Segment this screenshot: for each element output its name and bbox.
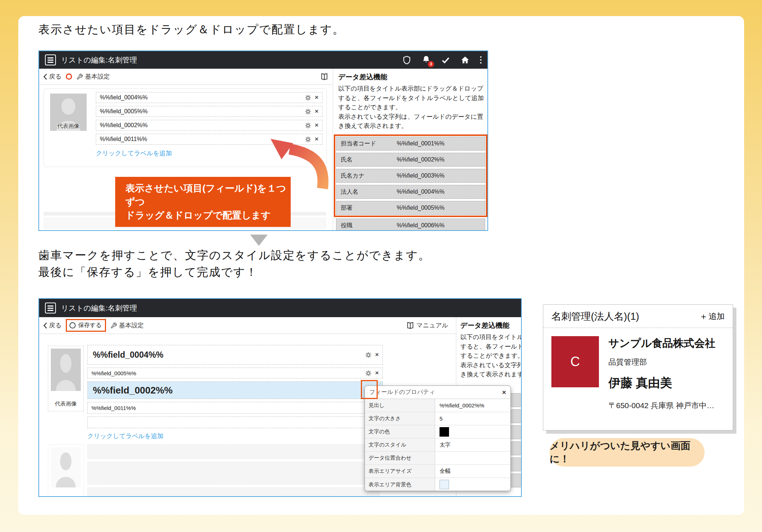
remove-field-icon[interactable]: × bbox=[375, 369, 379, 377]
dialog-title-bar[interactable]: フィールドのプロパティ × bbox=[365, 386, 510, 399]
add-label-link[interactable]: クリックしてラベルを追加 bbox=[96, 149, 172, 157]
window-title: リストの編集:名刺管理 bbox=[61, 55, 137, 65]
company-initial-avatar: C bbox=[551, 336, 599, 387]
person-silhouette-icon bbox=[60, 354, 71, 373]
bg-color-swatch[interactable] bbox=[440, 480, 449, 489]
gear-icon[interactable] bbox=[305, 95, 311, 101]
dialog-value[interactable]: 全幅 bbox=[435, 465, 510, 478]
empty-field-row[interactable]: × bbox=[87, 417, 383, 428]
dialog-row: 見出し %%field_0002%% bbox=[365, 399, 510, 412]
app-screenshot-1: リストの編集:名刺管理 3 戻る bbox=[38, 50, 488, 231]
kebab-menu-icon[interactable] bbox=[480, 56, 482, 64]
basic-settings-button[interactable]: 基本設定 bbox=[76, 72, 110, 81]
menu-icon[interactable] bbox=[45, 303, 56, 314]
manual-button[interactable]: マニュアル bbox=[406, 321, 448, 330]
avatar-placeholder bbox=[51, 349, 81, 391]
gear-icon[interactable] bbox=[305, 122, 311, 129]
side-panel-title: データ差込機能 bbox=[338, 72, 387, 82]
avatar-label: 代表画像 bbox=[50, 123, 87, 130]
notification-badge: 3 bbox=[428, 61, 434, 67]
close-icon[interactable]: × bbox=[502, 388, 506, 396]
gear-icon[interactable] bbox=[365, 352, 371, 358]
book-icon bbox=[320, 73, 328, 81]
card-text-column: サンプル食品株式会社 品質管理部 伊藤 真由美 〒650-0042 兵庫県 神戸… bbox=[608, 336, 716, 411]
dialog-value[interactable]: 太字 bbox=[435, 438, 510, 451]
note-badge: メリハリがついた見やすい画面に！ bbox=[550, 438, 705, 467]
remove-field-icon[interactable]: × bbox=[315, 122, 318, 129]
dialog-row: データ位置合わせ bbox=[365, 452, 510, 465]
dialog-value[interactable] bbox=[435, 425, 510, 438]
avatar-placeholder bbox=[51, 447, 81, 487]
field-row-selected[interactable]: %%field_0002%% × bbox=[87, 381, 383, 399]
draggable-field-row[interactable]: 氏名カナ%%field_0003%% bbox=[336, 169, 485, 183]
draggable-field-row[interactable]: 法人名%%field_0004%% bbox=[336, 185, 485, 199]
field-row[interactable]: %%field_0005%% × bbox=[96, 106, 322, 117]
save-button-highlighted[interactable]: 保存する bbox=[66, 319, 106, 332]
field-row[interactable]: %%field_0002%% × bbox=[96, 120, 322, 131]
window-title: リストの編集:名刺管理 bbox=[61, 303, 137, 313]
department: 品質管理部 bbox=[608, 357, 716, 367]
notifications-bell-icon[interactable]: 3 bbox=[422, 55, 431, 65]
dialog-value[interactable]: %%field_0002%% bbox=[435, 399, 510, 412]
shield-icon[interactable] bbox=[402, 56, 411, 65]
dialog-row: 表示エリア背景色 bbox=[365, 478, 510, 491]
menu-icon[interactable] bbox=[45, 54, 56, 65]
page-background: 表示させたい項目をドラッグ＆ドロップで配置します。 リストの編集:名刺管理 3 bbox=[0, 0, 762, 532]
basic-settings-button[interactable]: 基本設定 bbox=[110, 321, 144, 330]
gear-icon[interactable] bbox=[365, 370, 371, 376]
wrench-icon bbox=[110, 322, 117, 329]
home-icon[interactable] bbox=[460, 55, 470, 65]
field-row[interactable]: %%field_0004%% × bbox=[87, 345, 383, 365]
address: 〒650-0042 兵庫県 神戸市中… bbox=[608, 400, 716, 411]
remove-field-icon[interactable]: × bbox=[315, 108, 318, 115]
person-name: 伊藤 真由美 bbox=[608, 375, 716, 391]
empty-row bbox=[87, 462, 380, 484]
person-silhouette-icon bbox=[61, 98, 75, 115]
side-panel-description-clipped: 以下の項目をタイトル表示部にドラッグ＆ドロップすると、各フィールドをタイトルラベ… bbox=[460, 332, 522, 391]
check-icon[interactable] bbox=[441, 56, 450, 65]
side-panel-title: データ差込機能 bbox=[460, 321, 509, 330]
dialog-value[interactable] bbox=[435, 478, 510, 491]
add-label-link[interactable]: クリックしてラベルを追加 bbox=[87, 432, 163, 440]
back-button[interactable]: 戻る bbox=[44, 72, 61, 81]
wrench-icon bbox=[76, 73, 83, 80]
down-triangle-separator bbox=[250, 235, 268, 246]
save-circle-icon[interactable] bbox=[66, 73, 72, 80]
field-row[interactable]: %%field_0004%% × bbox=[96, 92, 322, 103]
card-list-title: 名刺管理(法人名)(1) bbox=[551, 310, 639, 323]
manual-button[interactable] bbox=[320, 73, 328, 81]
toolbar: 戻る 保存する 基本設定 マニュアル bbox=[39, 317, 456, 334]
font-color-swatch[interactable] bbox=[440, 427, 449, 437]
business-card-preview: 名刺管理(法人名)(1) ＋ 追加 C サンプル食品株式会社 品質管理部 伊藤 … bbox=[543, 304, 733, 430]
chevron-left-icon bbox=[44, 73, 47, 80]
company-name: サンプル食品株式会社 bbox=[608, 336, 716, 351]
panel-divider bbox=[333, 69, 333, 230]
step2-instruction: 歯車マークを押すことで、文字のスタイル設定をすることができます。 最後に「保存す… bbox=[38, 247, 430, 281]
remove-field-icon[interactable]: × bbox=[315, 94, 318, 101]
back-button[interactable]: 戻る bbox=[44, 321, 61, 330]
app-screenshot-2: リストの編集:名刺管理 戻る 保存する 基本設定 マニュアル bbox=[38, 298, 522, 497]
dialog-value[interactable]: 5 bbox=[435, 412, 510, 425]
draggable-field-row[interactable]: 役職%%field_0006%% bbox=[336, 218, 485, 231]
gear-icon[interactable] bbox=[305, 109, 311, 115]
plus-icon: ＋ bbox=[699, 311, 708, 322]
dialog-row: 表示エリアサイズ 全幅 bbox=[365, 465, 510, 478]
field-properties-dialog: フィールドのプロパティ × 見出し %%field_0002%% 文字の大きさ … bbox=[365, 385, 511, 491]
draggable-field-row[interactable]: 担当者コード%%field_0001%% bbox=[336, 137, 485, 151]
dialog-row: 文字の色 bbox=[365, 425, 510, 438]
add-button[interactable]: ＋ 追加 bbox=[699, 311, 725, 322]
book-icon bbox=[406, 322, 414, 330]
chevron-left-icon bbox=[44, 322, 47, 329]
draggable-field-row[interactable]: 部署%%field_0005%% bbox=[336, 201, 485, 215]
avatar-label: 代表画像 bbox=[48, 400, 84, 407]
field-row[interactable]: %%field_0005%% × bbox=[87, 368, 383, 379]
remove-field-icon[interactable]: × bbox=[375, 351, 379, 358]
field-row[interactable]: %%field_0011%% × bbox=[87, 402, 383, 414]
header-icons: 3 bbox=[402, 55, 482, 65]
draggable-field-row[interactable]: 氏名%%field_0002%% bbox=[336, 153, 485, 167]
dialog-row: 文字のスタイル 太字 bbox=[365, 438, 510, 452]
side-panel-description: 以下の項目をタイトル表示部にドラッグ＆ドロップすると、各フィールドをタイトルラベ… bbox=[338, 84, 486, 131]
dialog-value[interactable] bbox=[435, 452, 510, 464]
empty-row bbox=[87, 444, 380, 459]
card-body[interactable]: C サンプル食品株式会社 品質管理部 伊藤 真由美 〒650-0042 兵庫県 … bbox=[543, 328, 733, 419]
